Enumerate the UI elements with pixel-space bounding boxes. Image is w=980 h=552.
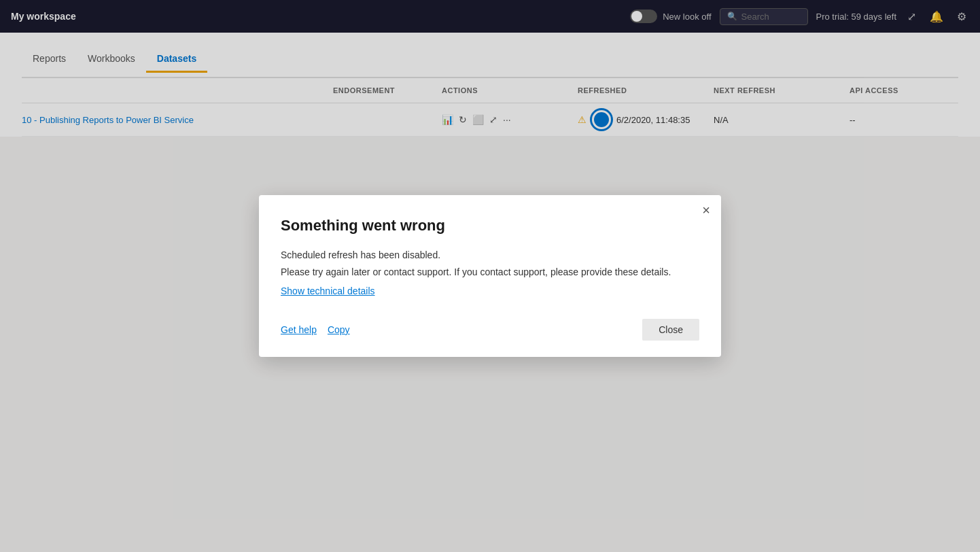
dialog-close-button[interactable]: × <box>702 203 710 217</box>
error-dialog: × Something went wrong Scheduled refresh… <box>259 195 721 357</box>
dialog-line1: Scheduled refresh has been disabled. <box>281 248 699 262</box>
modal-overlay: × Something went wrong Scheduled refresh… <box>0 0 980 552</box>
dialog-line2: Please try again later or contact suppor… <box>281 265 699 279</box>
get-help-button[interactable]: Get help <box>281 324 317 335</box>
dialog-footer: Get help Copy Close <box>281 319 699 341</box>
copy-button[interactable]: Copy <box>328 324 350 335</box>
show-technical-details-link[interactable]: Show technical details <box>281 286 375 296</box>
close-button[interactable]: Close <box>642 319 699 341</box>
dialog-body: Scheduled refresh has been disabled. Ple… <box>281 248 699 279</box>
dialog-title: Something went wrong <box>281 217 699 235</box>
dialog-footer-left: Get help Copy <box>281 324 350 335</box>
